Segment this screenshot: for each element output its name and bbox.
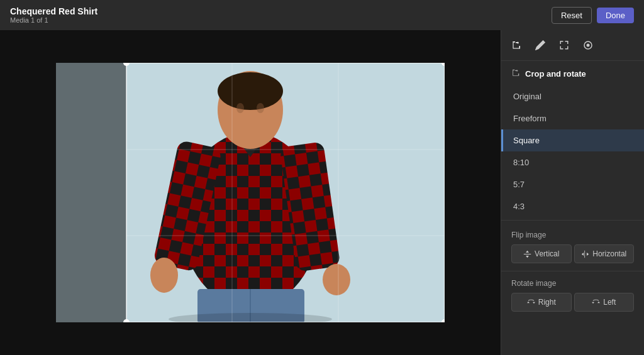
aspect-8-10[interactable]: 8:10 [501,151,644,173]
flip-section: Flip image Vertical Horizontal [501,223,644,268]
svg-point-12 [150,258,178,293]
crop-rotate-section-header: Crop and rotate [501,61,644,85]
pencil-icon [535,40,545,50]
crop-tool-button[interactable] [506,35,526,55]
aspect-5-7[interactable]: 5:7 [501,173,644,195]
rotate-section: Rotate image Right Left [501,274,644,322]
svg-point-28 [587,44,590,47]
divider-2 [501,271,644,271]
divider-1 [501,220,644,221]
flip-horizontal-button[interactable]: Horizontal [574,244,635,263]
header: Chequered Red Shirt Media 1 of 1 Reset D… [0,0,644,30]
flip-vertical-icon [523,250,531,258]
edit-tool-button[interactable] [530,35,550,55]
expand-tool-button[interactable] [554,35,574,55]
flip-horizontal-icon [581,250,589,258]
aspect-ratio-list: Original Freeform Square 8:10 5:7 4:3 [501,85,644,217]
header-actions: Reset Done [552,7,634,24]
crop-rotate-icon [511,40,521,50]
main-layout: Crop and rotate Original Freeform Square… [0,30,644,355]
rotate-left-label: Left [603,298,616,307]
rotate-right-button[interactable]: Right [511,293,572,312]
crop-header-icon [511,68,520,77]
done-button[interactable]: Done [597,8,634,23]
aspect-square[interactable]: Square [501,129,644,151]
shirt-svg [56,63,445,322]
reset-button[interactable]: Reset [552,7,592,24]
crop-rotate-label: Crop and rotate [525,69,586,79]
rotate-right-icon [527,298,535,307]
expand-icon [559,40,569,50]
header-left: Chequered Red Shirt Media 1 of 1 [10,6,97,24]
canvas-area [0,30,501,355]
flip-label: Flip image [511,231,634,239]
filter-icon [583,40,593,50]
rotate-right-label: Right [538,298,556,307]
rotate-buttons: Right Left [511,293,634,312]
aspect-original[interactable]: Original [501,85,644,107]
flip-horizontal-label: Horizontal [592,249,626,258]
flip-buttons: Vertical Horizontal [511,244,634,263]
svg-point-10 [236,103,244,113]
shirt-image [56,63,445,322]
flip-vertical-label: Vertical [535,249,559,258]
page-title: Chequered Red Shirt [10,6,97,16]
filter-tool-button[interactable] [578,35,598,55]
svg-point-9 [218,72,283,110]
sidebar-toolbar [501,30,644,61]
rotate-label: Rotate image [511,279,634,288]
page-subtitle: Media 1 of 1 [10,16,97,24]
aspect-freeform[interactable]: Freeform [501,107,644,129]
rotate-left-icon [592,298,600,307]
flip-vertical-button[interactable]: Vertical [511,244,572,263]
crop-section-icon [511,68,520,79]
aspect-4-3[interactable]: 4:3 [501,195,644,217]
image-container [56,63,445,322]
rotate-left-button[interactable]: Left [574,293,635,312]
svg-point-13 [323,264,350,295]
svg-point-11 [257,103,264,113]
right-sidebar: Crop and rotate Original Freeform Square… [501,30,644,355]
